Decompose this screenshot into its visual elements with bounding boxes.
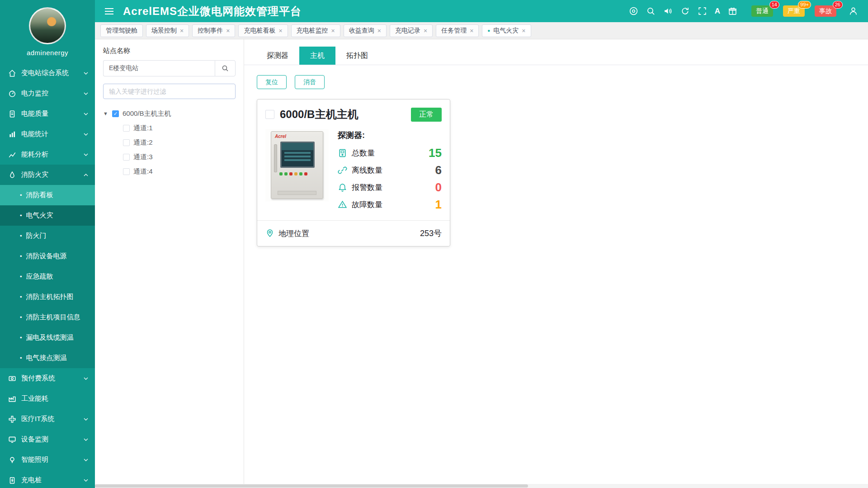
mute-button[interactable]: 消音 xyxy=(295,75,325,89)
stat-row-total: 总数量 15 xyxy=(338,144,442,161)
close-icon[interactable]: × xyxy=(180,28,184,34)
search-icon[interactable] xyxy=(646,6,656,16)
trend-chart-icon xyxy=(8,151,16,159)
factory-icon xyxy=(8,395,16,403)
tree-root-checkbox[interactable]: ✓ xyxy=(112,110,119,117)
tree-channel-checkbox[interactable] xyxy=(123,125,130,132)
sidebar-item-label: 设备监测 xyxy=(21,435,48,444)
alert-accident-button[interactable]: 事故 26 xyxy=(815,5,836,17)
sidebar-subitem-fire-door[interactable]: • 防火门 xyxy=(0,226,95,246)
sidebar-item-industrial-energy[interactable]: 工业能耗 xyxy=(0,389,95,409)
tab-topology[interactable]: 拓扑图 xyxy=(335,47,379,65)
tab-charging-board[interactable]: 充电桩看板 × xyxy=(238,24,288,37)
tree-channel-row[interactable]: 通道:1 xyxy=(123,121,236,135)
tab-label: 管理驾驶舱 xyxy=(106,27,137,35)
sidebar-subitem-fire-dashboard[interactable]: • 消防看板 xyxy=(0,185,95,205)
close-icon[interactable]: × xyxy=(470,28,473,34)
sidebar-subitem-contact-temp[interactable]: • 电气接点测温 xyxy=(0,348,95,368)
stat-label: 报警数量 xyxy=(352,182,382,193)
scrollbar-thumb[interactable] xyxy=(95,484,528,488)
host-card[interactable]: 6000/B主机主机 正常 Acrel xyxy=(257,99,450,246)
sidebar-item-label: 预付费系统 xyxy=(21,374,55,383)
stat-row-alarm: 报警数量 0 xyxy=(338,179,442,196)
tree-channel-checkbox[interactable] xyxy=(123,168,130,175)
tab-revenue-query[interactable]: 收益查询 × xyxy=(344,24,387,37)
sidebar-item-power-statistics[interactable]: 电能统计 xyxy=(0,124,95,144)
tree-channel-checkbox[interactable] xyxy=(123,154,130,161)
avatar[interactable] xyxy=(29,7,66,44)
reset-button[interactable]: 复位 xyxy=(257,75,287,89)
clipboard-icon xyxy=(8,110,16,118)
sidebar-item-prepaid-system[interactable]: 预付费系统 xyxy=(0,368,95,389)
detector-stats: 探测器: 总数量 15 离线数量 6 xyxy=(338,129,442,213)
sidebar-item-medical-it[interactable]: 医疗IT系统 xyxy=(0,409,95,429)
sidebar-subitem-electrical-fire[interactable]: • 电气火灾 xyxy=(0,205,95,226)
chevron-down-icon xyxy=(83,132,89,137)
tree-channel-row[interactable]: 通道:3 xyxy=(123,150,236,164)
refresh-icon[interactable] xyxy=(680,6,690,16)
sidebar-item-charging-pile[interactable]: 充电桩 xyxy=(0,470,95,488)
sidebar-subitem-leakage-cable-temp[interactable]: • 漏电及线缆测温 xyxy=(0,327,95,348)
chevron-down-icon xyxy=(83,457,89,463)
tab-task-management[interactable]: 任务管理 × xyxy=(436,24,479,37)
tab-control-events[interactable]: 控制事件 × xyxy=(192,24,235,37)
sidebar-item-substation-system[interactable]: 变电站综合系统 xyxy=(0,63,95,83)
hamburger-menu-icon[interactable] xyxy=(105,6,114,16)
sidebar-subitem-emergency-evacuation[interactable]: • 应急疏散 xyxy=(0,266,95,287)
host-checkbox[interactable] xyxy=(265,110,274,119)
close-icon[interactable]: × xyxy=(331,28,335,34)
medical-cross-icon xyxy=(8,415,16,423)
tab-hosts[interactable]: 主机 xyxy=(299,47,335,65)
tree-channel-row[interactable]: 通道:4 xyxy=(123,164,236,179)
sidebar-item-energy-analysis[interactable]: 能耗分析 xyxy=(0,144,95,165)
bullet-icon: • xyxy=(20,192,22,199)
tree-channel-row[interactable]: 通道:2 xyxy=(123,135,236,150)
volume-icon[interactable] xyxy=(663,6,673,16)
tab-charging-records[interactable]: 充电记录 × xyxy=(390,24,433,37)
tab-charging-monitor[interactable]: 充电桩监控 × xyxy=(291,24,340,37)
sidebar-item-power-monitoring[interactable]: 电力监控 xyxy=(0,83,95,104)
font-size-icon[interactable]: A xyxy=(715,6,720,16)
gift-icon[interactable] xyxy=(728,6,737,16)
tree-root-row[interactable]: ▼ ✓ 6000/B主机主机 xyxy=(103,106,236,121)
sidebar-subitem-fire-host-topology[interactable]: • 消防主机拓扑图 xyxy=(0,287,95,307)
tab-electrical-fire[interactable]: ● 电气火灾 × xyxy=(482,24,531,37)
tab-label: 控制事件 xyxy=(198,27,223,35)
tab-dashboard[interactable]: 管理驾驶舱 xyxy=(100,24,143,37)
close-icon[interactable]: × xyxy=(522,28,525,34)
close-icon[interactable]: × xyxy=(424,28,427,34)
horizontal-scrollbar[interactable] xyxy=(95,484,868,488)
chevron-up-icon xyxy=(83,172,89,178)
chevron-down-icon xyxy=(83,478,89,483)
monitor-icon xyxy=(8,436,16,444)
sidebar-subitem-label: 消防看板 xyxy=(26,191,53,199)
sidebar-subitem-fire-equipment-power[interactable]: • 消防设备电源 xyxy=(0,246,95,266)
tree-children: 通道:1 通道:2 通道:3 通道:4 xyxy=(103,121,236,179)
device-image: Acrel xyxy=(265,129,329,201)
tree-caret-icon[interactable]: ▼ xyxy=(103,111,108,116)
app-root: adminenergy 变电站综合系统 电力监控 电能质量 电能统计 xyxy=(0,0,868,488)
user-icon[interactable] xyxy=(849,6,858,16)
sidebar-item-smart-lighting[interactable]: 智能照明 xyxy=(0,450,95,470)
sidebar-subitem-fire-host-project-info[interactable]: • 消防主机项目信息 xyxy=(0,307,95,327)
fullscreen-icon[interactable] xyxy=(698,6,707,16)
alert-normal-button[interactable]: 普通 14 xyxy=(751,5,773,17)
sidebar-item-power-quality[interactable]: 电能质量 xyxy=(0,104,95,124)
site-search-input[interactable] xyxy=(103,60,215,76)
close-icon[interactable]: × xyxy=(278,28,282,34)
site-search-button[interactable] xyxy=(215,60,236,76)
close-icon[interactable]: × xyxy=(226,28,230,34)
bullet-icon: • xyxy=(20,314,22,321)
check-icon: ✓ xyxy=(113,111,118,117)
tree-channel-checkbox[interactable] xyxy=(123,139,130,146)
device-panel: Acrel xyxy=(271,131,323,199)
close-icon[interactable]: × xyxy=(377,28,381,34)
sidebar-item-device-monitoring[interactable]: 设备监测 xyxy=(0,429,95,450)
app-title: AcrelEMS企业微电网能效管理平台 xyxy=(123,4,302,19)
tab-scene-control[interactable]: 场景控制 × xyxy=(146,24,189,37)
tree-filter-input[interactable] xyxy=(103,84,236,99)
alert-severe-button[interactable]: 严重 99+ xyxy=(783,5,805,17)
support-icon[interactable] xyxy=(629,6,638,16)
tab-detectors[interactable]: 探测器 xyxy=(256,47,299,65)
sidebar-item-fire-safety[interactable]: 消防火灾 xyxy=(0,165,95,185)
